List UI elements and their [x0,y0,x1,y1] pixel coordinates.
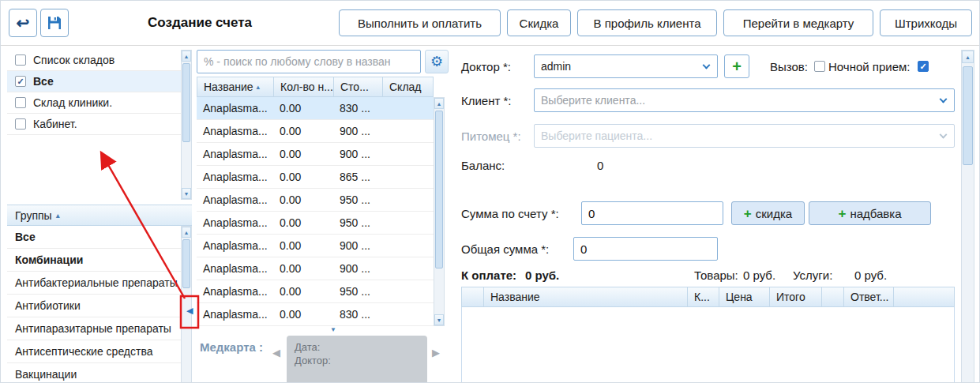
scroll-up-icon[interactable]: ▲ [182,227,191,238]
group-item-label: Антибактериальные препараты [15,276,178,289]
plus-icon: + [744,207,752,220]
night-checkbox[interactable]: ✓ [918,61,929,72]
column-header-name[interactable]: Название ▴ [197,77,274,96]
warehouse-item-clinic[interactable]: Склад клиники. [7,92,181,114]
column-header-qty[interactable]: Кол-во н... [274,77,334,96]
doctor-select[interactable]: admin [534,54,718,78]
product-qty: 0.00 [273,216,333,229]
column-header-price[interactable]: Сто... [334,77,383,96]
client-profile-button[interactable]: В профиль клиента [577,9,717,36]
column-name-label: Название [204,81,253,93]
group-item[interactable]: Комбинации [7,249,181,272]
items-column-qty[interactable]: К... [688,287,719,306]
pet-label: Питомец *: [461,130,521,143]
discount-button[interactable]: Скидка [507,9,571,36]
product-row[interactable]: Anaplasma... 0.00 830 ... [197,97,434,120]
warehouse-item-all[interactable]: ✓ Все [7,71,181,92]
warehouses-scrollbar[interactable]: ▲ ▼ [181,50,192,200]
warehouse-checkbox[interactable] [15,97,26,108]
goto-medcard-button[interactable]: Перейти в медкарту [723,9,873,36]
scroll-thumb[interactable] [963,66,973,165]
product-price: 865 ... [333,171,382,183]
product-price: 950 ... [333,216,382,229]
warehouse-checkbox[interactable] [15,118,26,130]
scroll-up-icon[interactable]: ▲ [182,51,191,62]
medcard-date-label: Дата: [295,340,419,354]
scroll-up-icon[interactable]: ▲ [434,98,444,109]
pet-select[interactable]: Выберите пациента... [534,124,955,148]
barcodes-button[interactable]: Штрихкоды [880,9,972,36]
products-scrollbar[interactable]: ▲ ▼ [434,97,445,326]
product-row[interactable]: Anaplasma... 0.00 950 ... [197,212,434,235]
product-price: 950 ... [333,285,382,298]
groups-header-label: Группы [15,209,52,222]
product-row[interactable]: Anaplasma... 0.00 900 ... [197,120,434,143]
items-col-price-label: Цена [726,291,753,303]
product-row[interactable]: Anaplasma... 0.00 900 ... [197,257,434,280]
warehouse-select-all-checkbox[interactable] [15,54,26,66]
items-column-responsible[interactable]: Ответ... [844,287,894,306]
page-scrollbar[interactable]: ▲ [961,50,974,383]
product-row[interactable]: Anaplasma... 0.00 830 ... [197,303,434,326]
scroll-thumb[interactable] [182,63,190,142]
add-doctor-button[interactable]: + [724,54,749,78]
groups-header[interactable]: Группы ▴ [7,205,192,226]
group-item[interactable]: Антибактериальные препараты [7,272,181,295]
call-checkbox[interactable] [814,61,825,72]
medcard-collapse-down-icon[interactable]: ▼ [326,326,340,333]
to-pay-label: К оплате: [461,268,516,282]
product-row[interactable]: Anaplasma... 0.00 900 ... [197,235,434,257]
items-column-blank [822,287,844,306]
save-button[interactable] [40,9,69,37]
product-price: 830 ... [333,102,382,115]
items-column-total[interactable]: Итого [770,287,822,306]
toolbar: ↩ Создание счета Выполнить и оплатить Ск… [1,1,980,46]
doctor-value: admin [541,60,571,73]
group-item-label: Вакцинации [15,368,77,381]
product-search-input[interactable] [197,50,421,73]
product-row[interactable]: Anaplasma... 0.00 950 ... [197,280,434,303]
add-markup-button[interactable]: + надбавка [809,201,931,225]
panel-collapse-left-icon[interactable]: ◀ [186,306,193,315]
total-sum-input[interactable] [573,237,718,261]
product-row[interactable]: Anaplasma... 0.00 950 ... [197,189,434,212]
medcard-card[interactable]: Дата: Доктор: [287,336,427,383]
search-settings-button[interactable]: ⚙ [425,50,449,73]
groups-scrollbar[interactable]: ▲ [181,226,192,383]
doctor-label: Доктор *: [461,60,511,73]
product-row[interactable]: Anaplasma... 0.00 865 ... [197,166,434,189]
items-column-name[interactable]: Название [484,287,688,306]
product-qty: 0.00 [273,239,333,252]
group-item[interactable]: Антибиотики [7,295,181,317]
warehouse-item-label: Склад клиники. [33,96,112,109]
column-qty-label: Кол-во н... [280,81,333,93]
pet-placeholder: Выберите пациента... [541,130,652,142]
scroll-thumb[interactable] [435,111,443,268]
up-arrow-glyph: ▲ [184,54,190,59]
group-item[interactable]: Антипаразитарные препараты [7,317,181,340]
execute-pay-button[interactable]: Выполнить и оплатить [339,9,501,36]
gear-icon: ⚙ [430,54,443,69]
group-item[interactable]: Антисептические средства [7,340,181,363]
warehouse-checkbox-checked[interactable]: ✓ [15,76,26,87]
items-column-price[interactable]: Цена [719,287,770,306]
scroll-down-icon[interactable]: ▼ [182,188,191,199]
client-select[interactable]: Выберите клиента... [534,88,955,112]
items-column-blank [894,287,954,306]
add-discount-button[interactable]: + скидка [731,201,805,225]
column-price-label: Сто... [340,81,369,93]
scroll-up-icon[interactable]: ▲ [962,51,974,63]
group-item[interactable]: Все [7,226,181,249]
medcard-next-icon[interactable]: ▶ [432,347,440,359]
product-name: Anaplasma... [197,171,273,183]
product-row[interactable]: Anaplasma... 0.00 900 ... [197,143,434,166]
invoice-sum-input[interactable] [581,201,723,225]
group-item[interactable]: Вакцинации [7,363,181,383]
group-item-label: Все [15,231,36,243]
back-button[interactable]: ↩ [9,9,37,37]
scroll-down-icon[interactable]: ▼ [434,314,444,325]
warehouse-item-cabinet[interactable]: Кабинет. [7,114,181,135]
medcard-prev-icon[interactable]: ◀ [272,347,280,359]
column-header-stock[interactable]: Склад [383,77,433,96]
scroll-thumb[interactable] [182,239,190,288]
